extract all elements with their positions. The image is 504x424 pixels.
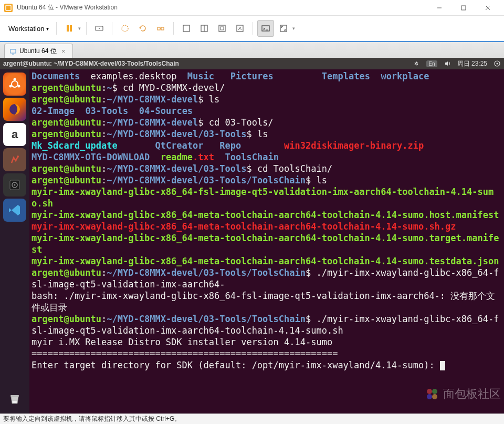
fullscreen-button[interactable] xyxy=(275,20,292,37)
clock[interactable]: 周日 23:25 xyxy=(457,59,487,68)
vmware-statusbar: 要将输入定向到该虚拟机，请将鼠标指针移入其中或按 Ctrl+G。 xyxy=(0,413,504,424)
svg-rect-17 xyxy=(220,27,224,30)
cmd: ls xyxy=(257,129,268,139)
prompt-path: ~/MYD-C8MMX-devel/03-Tools/ToolsChain xyxy=(107,175,306,185)
manage-snapshots-button[interactable] xyxy=(152,20,169,37)
view-single-button[interactable] xyxy=(178,20,195,37)
view-fit-button[interactable] xyxy=(214,20,230,37)
launcher-vault[interactable] xyxy=(3,173,26,197)
minimize-button[interactable] xyxy=(427,0,452,16)
window-titlebar: Ubuntu 64 位 - VMware Workstation xyxy=(0,0,504,16)
dir: 02-Image xyxy=(32,106,75,116)
launcher-trash[interactable] xyxy=(3,387,26,410)
network-icon[interactable] xyxy=(413,60,420,67)
guest-desktop[interactable]: argent@ubuntu: ~/MYD-C8MMX-devel/03-Tool… xyxy=(0,58,504,413)
vm-tabbar: Ubuntu 64 位 × xyxy=(0,42,504,58)
launcher-firefox[interactable] xyxy=(3,98,26,121)
main-toolbar: Workstation ▾ ▾ xyxy=(0,16,504,42)
maximize-button[interactable] xyxy=(452,0,476,16)
output: myir i.MX Release Distro SDK installer v… xyxy=(32,337,332,347)
separator xyxy=(112,22,112,35)
separator xyxy=(56,22,57,35)
cmd: ls xyxy=(209,94,219,105)
prompt-path: ~/MYD-C8MMX-devel/03-Tools/ToolsChain xyxy=(107,314,306,324)
svg-rect-35 xyxy=(10,395,19,397)
launcher-vscode[interactable] xyxy=(3,199,26,222)
separator xyxy=(253,22,253,35)
prompt-user: argent@ubuntu xyxy=(32,175,101,185)
separator xyxy=(86,22,87,35)
svg-rect-13 xyxy=(183,25,190,32)
window-title: Ubuntu 64 位 - VMware Workstation xyxy=(17,3,427,12)
fullscreen-dropdown[interactable]: ▾ xyxy=(291,25,296,32)
svg-point-27 xyxy=(18,85,20,88)
vmware-icon xyxy=(4,4,13,12)
svg-rect-6 xyxy=(70,25,72,32)
file: examples.desktop xyxy=(91,71,177,81)
output: ========================================… xyxy=(32,348,338,359)
launcher-amazon[interactable]: a xyxy=(3,123,26,146)
prompt-path: ~/MYD-C8MMX-devel/03-Tools xyxy=(107,163,246,174)
prompt-user: argent@ubuntu xyxy=(32,117,101,128)
file: myir-imx-xwayland-glibc-x86_64-fsl-image… xyxy=(32,187,494,209)
prompt-user: argent@ubuntu xyxy=(32,82,101,93)
svg-rect-5 xyxy=(67,25,69,32)
console-view-button[interactable] xyxy=(257,20,274,37)
dir: Repo xyxy=(219,140,241,151)
svg-point-9 xyxy=(122,25,128,32)
sdk-prompt: Enter target directory for SDK (default:… xyxy=(32,360,440,370)
dir: workplace xyxy=(381,71,429,81)
workstation-menu[interactable]: Workstation xyxy=(5,23,52,35)
error-output: bash: ./myir-imx-xwayland-glibc-x86_64-f… xyxy=(32,291,495,313)
unity-launcher: a xyxy=(0,69,29,413)
svg-rect-21 xyxy=(10,49,16,53)
view-stretch-button[interactable] xyxy=(232,20,248,37)
dir: 04-Sources xyxy=(139,106,193,116)
svg-point-28 xyxy=(9,85,12,88)
close-button[interactable] xyxy=(476,0,500,16)
dir: Pictures xyxy=(230,71,274,81)
svg-point-30 xyxy=(17,156,19,158)
system-menu-icon[interactable] xyxy=(494,60,501,67)
terminal-output[interactable]: Documents examples.desktop Music Picture… xyxy=(29,69,504,413)
svg-point-24 xyxy=(497,63,498,65)
tab-close-button[interactable]: × xyxy=(60,48,67,55)
dir: Documents xyxy=(32,71,80,81)
cmd: ls xyxy=(317,175,327,185)
volume-icon[interactable] xyxy=(444,60,451,67)
input-lang-indicator[interactable]: En xyxy=(426,60,437,67)
terminal-cursor xyxy=(440,361,445,370)
snapshot-button[interactable] xyxy=(117,20,133,37)
prompt-user: argent@ubuntu xyxy=(32,94,101,105)
dir: QtCreator xyxy=(155,140,203,151)
archive: myir-imx-xwayland-glibc-x86_64-meta-tool… xyxy=(32,221,456,232)
svg-point-25 xyxy=(12,81,18,87)
svg-point-33 xyxy=(14,184,16,186)
dir: Music xyxy=(187,71,214,81)
dir: 03-Tools xyxy=(85,106,128,116)
pause-dropdown[interactable]: ▾ xyxy=(77,25,82,32)
prompt-path: ~/MYD-C8MMX-devel/03-Tools/ToolsChain xyxy=(107,267,306,278)
file: myir-imx-xwayland-glibc-x86_64-meta-tool… xyxy=(32,210,499,220)
dir: MYD-C8MMX-OTG-DOWNLOAD xyxy=(32,152,150,162)
prompt-user: argent@ubuntu xyxy=(32,267,101,278)
svg-point-8 xyxy=(99,28,100,29)
gnome-top-panel: argent@ubuntu: ~/MYD-C8MMX-devel/03-Tool… xyxy=(0,58,504,69)
prompt-path: ~/MYD-C8MMX-devel xyxy=(107,94,198,105)
prompt-user: argent@ubuntu xyxy=(32,129,101,139)
revert-button[interactable] xyxy=(134,20,151,37)
pause-button[interactable] xyxy=(61,20,78,37)
launcher-settings[interactable] xyxy=(3,148,26,171)
launcher-dash[interactable] xyxy=(3,73,26,96)
prompt-path: ~/MYD-C8MMX-devel xyxy=(107,117,198,128)
file: readme xyxy=(161,152,193,162)
status-text: 要将输入定向到该虚拟机，请将鼠标指针移入其中或按 Ctrl+G。 xyxy=(3,415,181,423)
view-split-button[interactable] xyxy=(196,20,213,37)
monitor-icon xyxy=(10,48,16,55)
vm-tab[interactable]: Ubuntu 64 位 × xyxy=(4,44,73,58)
svg-rect-20 xyxy=(280,25,287,32)
panel-window-title: argent@ubuntu: ~/MYD-C8MMX-devel/03-Tool… xyxy=(3,60,413,67)
dir: ToolsChain xyxy=(225,152,279,162)
send-ctrl-alt-del-button[interactable] xyxy=(91,20,108,37)
prompt-path: ~/MYD-C8MMX-devel/03-Tools xyxy=(107,129,246,139)
